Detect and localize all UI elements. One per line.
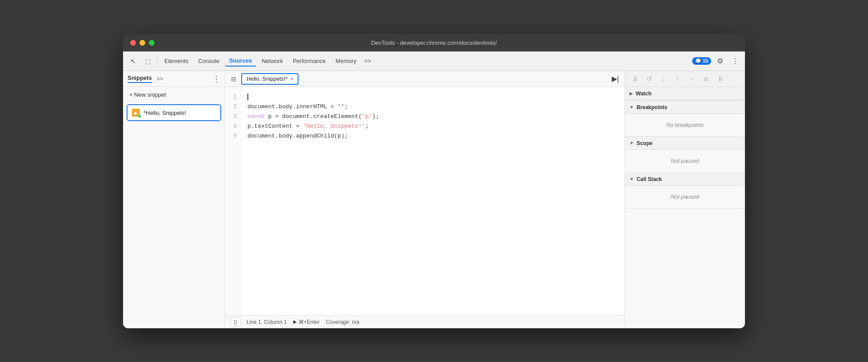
breakpoints-section: ▼ Breakpoints No breakpoints [625,101,745,137]
call-stack-chevron-icon: ▼ [629,177,634,181]
sidebar-title: Snippets [127,75,152,83]
run-snippet-button[interactable]: ▶| [609,73,622,85]
scope-not-paused-label: Not paused [671,158,699,164]
settings-icon: ⚙ [717,57,723,65]
snippet-name: *Hello, Snippets! [143,110,186,116]
sidebar-more-button[interactable]: >> [155,75,165,83]
step-out-button[interactable]: ↑ [671,73,684,85]
close-button[interactable] [130,40,136,46]
snippet-item-hello[interactable]: ▶ *Hello, Snippets! [127,104,221,121]
watch-section-title: Watch [636,90,652,97]
line-numbers: 1 2 3 4 5 [225,87,241,315]
file-tab-name: Hello, Snippets!* [247,76,287,82]
run-triangle-icon: ▶ [293,319,297,325]
deactivate-icon: ⊘ [703,75,709,83]
run-shortcut-area[interactable]: ▶ ⌘+Enter [293,319,320,325]
sidebar: Snippets >> ⋮ + New snippet ▶ *Hello, Sn… [123,71,225,328]
main-toolbar: ↖ ⬚ Elements Console Sources Network Per… [123,51,745,71]
cursor-icon: ↖ [131,58,136,65]
call-stack-section-title: Call Stack [637,176,662,182]
call-stack-section-header[interactable]: ▼ Call Stack [625,173,745,186]
pause-button[interactable]: ⏸ [629,73,641,85]
line-number-4: 4 [231,122,237,131]
scope-section-title: Scope [637,140,653,146]
step-into-icon: ↓ [661,75,665,83]
scope-section-body: Not paused [625,150,745,172]
tab-memory[interactable]: Memory [331,56,361,66]
scope-chevron-icon: ▼ [629,141,634,146]
minimize-button[interactable] [139,40,145,46]
notifications-badge[interactable]: 💬 15 [692,57,711,65]
step-button[interactable]: → [685,73,698,85]
deactivate-breakpoints-button[interactable]: ⊘ [700,73,712,85]
run-shortcut-label: ⌘+Enter [299,319,320,325]
more-options-button[interactable]: ⋮ [729,55,741,67]
line-number-1: 1 [231,92,237,102]
tab-elements[interactable]: Elements [160,56,193,66]
code-line-2: document.body.innerHTML = ''; [247,103,348,110]
format-icon: {} [234,319,237,325]
code-line-4: p.textContent = 'Hello, Snippets!'; [247,123,369,130]
pause-exceptions-icon: ⏸ [717,75,724,83]
scope-section-header[interactable]: ▼ Scope [625,137,745,150]
status-bar: {} Line 1, Column 1 ▶ ⌘+Enter Coverage: … [225,315,625,328]
editor-tabs: ⊟ Hello, Snippets!* × ▶| [225,71,625,87]
line-number-3: 3 [231,112,237,122]
tab-network[interactable]: Network [257,56,287,66]
cursor-tool-button[interactable]: ↖ [127,55,140,67]
tab-console[interactable]: Console [194,56,224,66]
coverage-label: Coverage: n/a [326,319,359,325]
maximize-button[interactable] [149,40,155,46]
step-out-icon: ↑ [676,75,679,83]
breakpoints-section-body: No breakpoints [625,114,745,136]
code-line-3: const p = document.createElement('p'); [247,113,379,120]
line-number-5: 5 [231,131,237,141]
breakpoints-section-header[interactable]: ▼ Breakpoints [625,101,745,114]
scope-section: ▼ Scope Not paused [625,137,745,173]
call-stack-not-paused-label: Not paused [671,194,699,200]
inspect-tool-button[interactable]: ⬚ [141,55,154,67]
code-content[interactable]: document.body.innerHTML = ''; const p = … [241,87,625,315]
breakpoints-section-title: Breakpoints [637,104,667,110]
traffic-lights [130,40,155,46]
tab-performance[interactable]: Performance [288,56,330,66]
sidebar-header: Snippets >> ⋮ [123,71,225,87]
no-breakpoints-label: No breakpoints [666,122,704,128]
tab-sources[interactable]: Sources [225,55,256,67]
sidebar-kebab-button[interactable]: ⋮ [212,74,220,84]
watch-section: ▶ Watch [625,87,745,101]
main-area: Snippets >> ⋮ + New snippet ▶ *Hello, Sn… [123,71,745,328]
step-over-button[interactable]: ↺ [643,73,655,85]
devtools-window: DevTools - developer.chrome.com/docs/dev… [123,34,745,328]
cursor [247,94,252,100]
line-number-2: 2 [231,102,237,112]
more-icon: ⋮ [732,57,739,65]
format-button[interactable]: {} [231,317,240,327]
toolbar-separator [157,57,157,66]
watch-section-header[interactable]: ▶ Watch [625,87,745,100]
toggle-sidebar-icon: ⊟ [231,75,236,83]
step-into-button[interactable]: ↓ [657,73,669,85]
snippet-active-dot [138,114,141,118]
inspect-icon: ⬚ [145,58,151,65]
pause-icon: ⏸ [632,75,638,83]
debug-toolbar: ⏸ ↺ ↓ ↑ → ⊘ ⏸ [625,71,745,87]
settings-button[interactable]: ⚙ [714,55,726,67]
code-editor[interactable]: 1 2 3 4 5 document.body.innerHTML = ''; … [225,87,625,315]
run-icon: ▶| [612,75,619,83]
toolbar-right: 💬 15 ⚙ ⋮ [692,55,741,67]
code-line-5: document.body.appendChild(p); [247,133,348,139]
call-stack-section-body: Not paused [625,186,745,208]
cursor-position: Line 1, Column 1 [247,319,287,325]
watch-chevron-icon: ▶ [629,91,633,96]
pause-on-exceptions-button[interactable]: ⏸ [714,73,726,85]
step-icon: → [689,75,695,83]
toggle-sidebar-button[interactable]: ⊟ [228,73,239,85]
step-over-icon: ↺ [646,75,652,83]
call-stack-section: ▼ Call Stack Not paused [625,173,745,209]
editor-area: ⊟ Hello, Snippets!* × ▶| 1 2 3 4 5 [225,71,625,328]
new-snippet-button[interactable]: + New snippet [123,87,225,102]
file-tab-snippets[interactable]: Hello, Snippets!* × [241,73,299,85]
file-tab-close-button[interactable]: × [290,76,293,82]
more-tabs-button[interactable]: >> [362,56,374,66]
